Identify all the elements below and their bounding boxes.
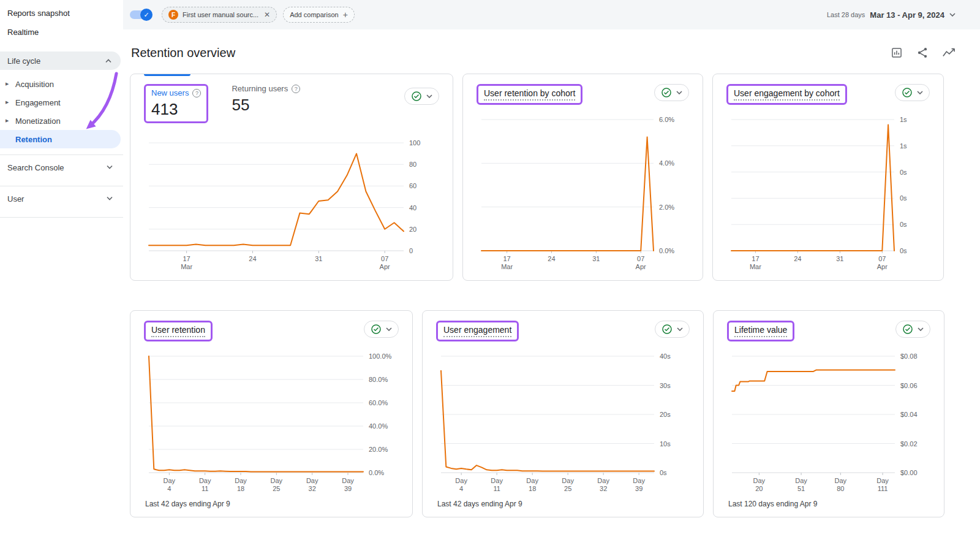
main-area: ✓ F First user manual sourc... ✕ Add com… [123, 0, 980, 545]
sidebar-item-monetization[interactable]: ▶ Monetization [0, 112, 123, 130]
svg-text:1s: 1s [900, 142, 907, 150]
share-icon[interactable] [916, 47, 929, 59]
chevron-down-icon [386, 327, 392, 331]
svg-text:Day: Day [835, 477, 847, 484]
annotation-highlight: Lifetime value [727, 321, 794, 341]
svg-text:51: 51 [797, 485, 805, 492]
svg-text:20: 20 [755, 485, 763, 492]
tab-returning-users[interactable]: Returning users ? 55 [232, 84, 300, 115]
svg-text:18: 18 [237, 485, 244, 492]
comparison-chip[interactable]: F First user manual sourc... ✕ [162, 7, 277, 23]
svg-text:Day: Day [597, 477, 609, 484]
svg-text:4: 4 [459, 485, 463, 492]
nav-label: Acquisition [15, 80, 54, 89]
chevron-down-icon [949, 13, 956, 17]
svg-text:$0.04: $0.04 [900, 411, 918, 418]
svg-text:17: 17 [503, 255, 511, 262]
chevron-up-icon [105, 58, 112, 63]
check-circle-icon [902, 87, 913, 98]
svg-text:100.0%: 100.0% [369, 353, 392, 360]
date-range-picker[interactable]: Last 28 days Mar 13 - Apr 9, 2024 [827, 10, 956, 20]
sidebar-item-engagement[interactable]: ▶ Engagement [0, 93, 123, 112]
annotation-highlight: User engagement by cohort [726, 84, 847, 105]
svg-text:$0.00: $0.00 [900, 469, 918, 476]
expand-arrow-icon: ▶ [6, 118, 9, 123]
metric-value: 413 [151, 100, 201, 119]
insights-icon[interactable] [942, 47, 956, 59]
svg-text:6.0%: 6.0% [659, 116, 674, 123]
help-icon[interactable]: ? [292, 85, 300, 93]
help-icon[interactable]: ? [192, 89, 201, 97]
chevron-down-icon [917, 91, 923, 94]
svg-text:Day: Day [199, 477, 211, 484]
svg-text:Day: Day [526, 477, 538, 484]
svg-text:31: 31 [836, 255, 843, 262]
metric-label: New users [151, 88, 189, 97]
svg-text:11: 11 [202, 485, 208, 492]
sidebar-section-user[interactable]: User [0, 186, 123, 211]
data-quality-indicator[interactable] [895, 84, 930, 101]
check-circle-icon [902, 324, 913, 335]
card-lifetime-value: Lifetime value $0.00$0.02$0.04$0.06$0.08… [713, 310, 944, 517]
svg-text:Day: Day [235, 477, 247, 484]
svg-text:Apr: Apr [636, 263, 646, 270]
data-quality-indicator[interactable] [895, 321, 930, 338]
svg-text:$0.08: $0.08 [900, 353, 918, 360]
customize-report-icon[interactable] [891, 47, 903, 59]
chevron-down-icon [106, 165, 113, 170]
svg-text:Day: Day [876, 477, 889, 484]
annotation-highlight: User engagement [436, 321, 519, 341]
svg-text:24: 24 [249, 255, 256, 262]
sidebar-item-retention[interactable]: Retention [0, 130, 121, 148]
plus-icon: + [343, 10, 348, 20]
sidebar-section-life-cycle[interactable]: Life cycle [0, 51, 121, 70]
user-retention-chart: 0.0%20.0%40.0%60.0%80.0%100.0%Day4Day11D… [144, 349, 399, 495]
svg-text:17: 17 [752, 255, 759, 262]
svg-text:40.0%: 40.0% [369, 422, 388, 430]
tab-new-users[interactable]: New users ? 413 [144, 84, 208, 123]
svg-text:Day: Day [271, 477, 283, 484]
new-users-chart: 02040608010017Mar243107Apr [144, 135, 439, 273]
svg-text:07: 07 [381, 255, 388, 262]
add-comparison-button[interactable]: Add comparison + [283, 7, 355, 23]
report-content: Retention overview [123, 29, 980, 517]
chevron-down-icon [106, 196, 113, 201]
check-circle-icon [661, 87, 672, 98]
sidebar-divider [0, 217, 123, 218]
svg-text:80.0%: 80.0% [369, 376, 388, 383]
data-quality-indicator[interactable] [654, 84, 689, 101]
sidebar-item-realtime[interactable]: Realtime [0, 23, 123, 42]
sidebar-item-reports-snapshot[interactable]: Reports snapshot [0, 4, 123, 23]
comparison-toggle[interactable]: ✓ [130, 10, 151, 19]
svg-text:$0.02: $0.02 [900, 440, 918, 448]
card-user-retention-by-cohort: User retention by cohort 0.0%2.0%4.0%6.0… [462, 74, 703, 281]
nav-label: Retention [15, 135, 52, 144]
svg-text:80: 80 [409, 161, 417, 168]
toggle-check-icon: ✓ [140, 9, 153, 21]
chevron-down-icon [426, 94, 432, 98]
data-quality-indicator[interactable] [404, 88, 439, 105]
card-title: Lifetime value [734, 325, 787, 337]
sidebar-section-search-console[interactable]: Search Console [0, 155, 123, 180]
svg-text:111: 111 [878, 485, 888, 492]
section-label: User [7, 194, 24, 204]
sidebar-item-acquisition[interactable]: ▶ Acquisition [0, 75, 123, 93]
svg-text:Day: Day [795, 477, 807, 484]
svg-text:Apr: Apr [380, 263, 390, 270]
data-quality-indicator[interactable] [655, 321, 690, 338]
metric-value: 55 [232, 96, 300, 115]
close-icon[interactable]: ✕ [264, 10, 270, 19]
svg-text:$0.06: $0.06 [900, 382, 918, 389]
svg-text:20.0%: 20.0% [369, 446, 388, 453]
svg-text:18: 18 [529, 485, 536, 492]
svg-text:0s: 0s [900, 194, 907, 202]
data-quality-indicator[interactable] [364, 321, 399, 338]
svg-text:20: 20 [409, 226, 417, 233]
comparison-badge: F [168, 10, 178, 20]
svg-text:0: 0 [409, 247, 413, 254]
svg-text:07: 07 [637, 255, 644, 262]
expand-arrow-icon: ▶ [6, 82, 9, 86]
svg-text:24: 24 [548, 255, 555, 262]
svg-text:Day: Day [164, 477, 176, 484]
nav-label: Monetization [15, 116, 61, 126]
